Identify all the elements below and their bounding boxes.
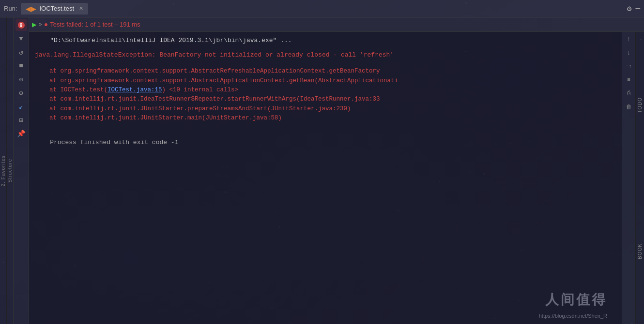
active-tab[interactable]: ◀▶ IOCTest.test ✕ xyxy=(21,3,88,15)
stack-trace-5: at com.intellij.rt.junit.JUnitStarter.pr… xyxy=(35,104,616,114)
stack-trace-3: at IOCTest.test(IOCTest.java:15) <19 int… xyxy=(35,86,616,95)
down-arrow-icon: ↓ xyxy=(627,49,630,57)
scroll-down-button[interactable]: ↓ xyxy=(624,47,634,58)
error-line: java.lang.IllegalStateException: BeanFac… xyxy=(35,50,616,60)
sort-icon: ≡↑ xyxy=(626,63,632,69)
print-button[interactable]: ⎙ xyxy=(624,88,634,99)
results-toolbar: ▶ » ● Tests failed: 1 of 1 test – 191 ms xyxy=(29,17,644,32)
top-bar: Run: ◀▶ IOCTest.test ✕ ⚙ — xyxy=(0,0,644,17)
favorites-label: 2. Favorites xyxy=(0,155,6,186)
error-badge: 9 xyxy=(18,22,25,29)
right-toolbar: ↑ ↓ ≡↑ ≡ ⎙ 🗑 xyxy=(622,32,635,324)
delete-button[interactable]: 🗑 xyxy=(624,102,634,112)
sidebar-stop-icon[interactable]: ■ xyxy=(15,60,27,72)
play-button[interactable]: ▶ xyxy=(32,20,37,29)
structure-label: Structure xyxy=(7,159,13,183)
tab-label: IOCTest.test xyxy=(39,5,74,12)
settings-icon[interactable]: ⚙ xyxy=(627,4,632,14)
stack-trace-6: at com.intellij.rt.junit.JUnitStarter.ma… xyxy=(35,114,616,123)
sort-button[interactable]: ≡↑ xyxy=(624,61,634,72)
left-sidebar: 9 ▼ ↺ ■ ⊙ ⚙ ↙ ⊞ xyxy=(14,17,29,324)
stack-trace-2: at org.springframework.context.support.A… xyxy=(35,76,616,86)
source-link[interactable]: IOCTest.java:15 xyxy=(107,87,162,93)
favorites-sidebar[interactable]: 2. Favorites xyxy=(0,17,7,324)
stack-trace-4: at com.intellij.rt.junit.IdeaTestRunner$… xyxy=(35,95,616,104)
chinese-watermark: 人间值得 xyxy=(545,289,607,310)
sidebar-pin-icon[interactable]: 📌 xyxy=(15,128,27,139)
sidebar-collapse-icon[interactable]: ▼ xyxy=(15,33,27,44)
filter-icon: ≡ xyxy=(627,77,630,83)
sidebar-error-icon[interactable]: 9 xyxy=(15,19,27,31)
pin-icon: 📌 xyxy=(17,130,25,138)
camera-icon: ⊙ xyxy=(19,75,23,84)
import-icon: ↙ xyxy=(19,103,23,111)
gear-icon: ⚙ xyxy=(19,89,23,97)
sidebar-gear-icon[interactable]: ⚙ xyxy=(15,87,27,99)
watermark-area: 人间值得 https://blog.csdn.net/Shen_R xyxy=(539,289,607,320)
book-label[interactable]: BOOK xyxy=(637,243,643,259)
test-status-text: Tests failed: 1 of 1 test – 191 ms xyxy=(50,21,140,28)
error-circle-icon: ● xyxy=(44,21,48,29)
sidebar-import-icon[interactable]: ↙ xyxy=(15,101,27,112)
print-icon: ⎙ xyxy=(627,90,630,97)
rerun-icon: ↺ xyxy=(19,48,23,57)
expand-button[interactable]: » xyxy=(39,21,42,28)
sidebar-rerun-icon[interactable]: ↺ xyxy=(15,46,27,58)
stack-trace-1: at org.springframework.context.support.A… xyxy=(35,67,616,76)
structure-sidebar[interactable]: Structure xyxy=(7,17,14,324)
far-right-panel: TODO BOOK xyxy=(635,32,644,324)
up-arrow-icon: ↑ xyxy=(627,35,630,43)
run-label: Run: xyxy=(4,5,17,12)
cmd-line: "D:\SoftwareInstall\IntelliJ IDEA 2019.3… xyxy=(35,36,616,45)
tab-icon: ◀▶ xyxy=(26,5,36,13)
todo-label[interactable]: TODO xyxy=(637,97,643,113)
output-container: "D:\SoftwareInstall\IntelliJ IDEA 2019.3… xyxy=(29,32,644,324)
process-line: Process finished with exit code -1 xyxy=(35,138,616,147)
trash-icon: 🗑 xyxy=(626,103,632,111)
content-area: 2. Favorites Structure 9 ▼ ↺ ■ ⊙ xyxy=(0,17,644,324)
filter-button[interactable]: ≡ xyxy=(624,74,634,85)
tab-close-button[interactable]: ✕ xyxy=(79,5,83,12)
url-watermark: https://blog.csdn.net/Shen_R xyxy=(539,312,607,320)
sidebar-grid-icon[interactable]: ⊞ xyxy=(15,114,27,126)
console-output[interactable]: "D:\SoftwareInstall\IntelliJ IDEA 2019.3… xyxy=(29,32,622,324)
grid-icon: ⊞ xyxy=(19,116,23,124)
stop-icon: ■ xyxy=(19,62,23,70)
scroll-up-button[interactable]: ↑ xyxy=(624,34,634,44)
down-arrow-icon: ▼ xyxy=(19,35,23,43)
main-panel: ▶ » ● Tests failed: 1 of 1 test – 191 ms… xyxy=(29,17,644,324)
sidebar-camera-icon[interactable]: ⊙ xyxy=(15,74,27,85)
minimize-icon[interactable]: — xyxy=(635,4,640,13)
